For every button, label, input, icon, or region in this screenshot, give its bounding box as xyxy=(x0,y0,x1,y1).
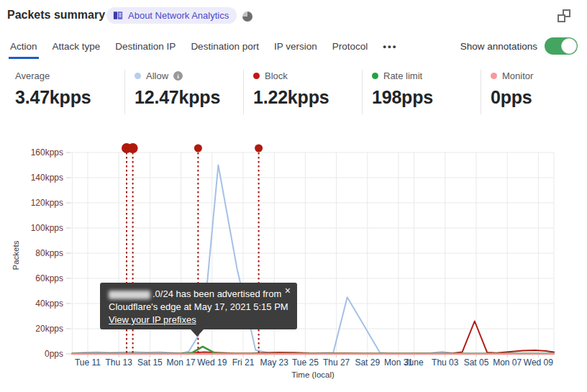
tooltip-line1: .0/24 has been advertised from xyxy=(153,288,281,299)
tab-destination-ip[interactable]: Destination IP xyxy=(114,40,177,59)
y-tick-label: 160kpps xyxy=(31,147,63,158)
stat-average: Average 3.47kpps xyxy=(6,70,124,114)
badge-label: About Network Analytics xyxy=(128,10,229,21)
x-tick-label: Sat 29 xyxy=(355,357,380,368)
stat-value: 3.47kpps xyxy=(15,87,124,108)
y-tick-label: 120kpps xyxy=(31,198,63,208)
y-tick-label: 140kpps xyxy=(31,173,63,183)
tab-action[interactable]: Action xyxy=(9,40,39,59)
stat-label: Average xyxy=(15,70,50,81)
x-tick-label: Tue 11 xyxy=(75,357,101,368)
info-icon[interactable]: i xyxy=(173,71,183,81)
packets-summary-panel: Packets summary About Network Analytics … xyxy=(0,0,587,392)
annotation-dot[interactable] xyxy=(194,145,202,152)
book-icon xyxy=(113,11,123,20)
tab-attack-type[interactable]: Attack type xyxy=(51,40,102,59)
show-annotations-toggle[interactable] xyxy=(545,37,578,55)
tab-destination-port[interactable]: Destination port xyxy=(189,40,260,59)
y-tick-label: 80kpps xyxy=(35,248,63,258)
stat-block: Block 1.22kpps xyxy=(243,70,362,114)
stat-label: Block xyxy=(265,70,288,81)
stats-row: Average 3.47kpps Allow i 12.47kpps Block… xyxy=(6,70,587,114)
stat-value: 198pps xyxy=(372,87,481,108)
x-tick-label: Mon 07 xyxy=(493,357,522,368)
x-tick-label: June xyxy=(405,357,424,368)
annotation-dot[interactable] xyxy=(128,143,138,153)
x-tick-label: Wed 19 xyxy=(197,357,227,368)
stat-value: 0pps xyxy=(491,87,587,108)
open-window-icon[interactable] xyxy=(558,9,570,22)
progress-pie-icon xyxy=(242,12,252,22)
x-tick-label: May 23 xyxy=(260,357,289,368)
x-tick-label: Thu 03 xyxy=(432,357,459,368)
x-tick-label: Tue 25 xyxy=(292,357,319,368)
tooltip-caret xyxy=(191,329,204,337)
x-tick-label: Sat 05 xyxy=(464,357,489,368)
tab-ip-version[interactable]: IP version xyxy=(273,40,319,59)
more-tabs-icon[interactable]: ••• xyxy=(381,40,399,59)
x-tick-label: Wed 09 xyxy=(524,357,553,368)
front-square xyxy=(558,14,565,22)
stat-value: 12.47kpps xyxy=(135,87,243,108)
stat-monitor: Monitor 0pps xyxy=(481,70,587,114)
tooltip-line2: Cloudflare's edge at May 17, 2021 5:15 P… xyxy=(109,301,288,314)
y-tick-label: 60kpps xyxy=(35,273,63,283)
rate-limit-series-dot xyxy=(372,73,378,79)
page-title: Packets summary xyxy=(7,9,105,22)
x-tick-label: Thu 27 xyxy=(323,357,350,368)
tab-protocol[interactable]: Protocol xyxy=(331,40,370,59)
monitor-series-dot xyxy=(491,73,497,79)
redacted-ip-prefix xyxy=(109,291,150,299)
y-tick-label: 100kpps xyxy=(31,223,63,233)
show-annotations-label: Show annotations xyxy=(460,41,537,52)
block-series-dot xyxy=(253,73,260,79)
y-tick-label: 40kpps xyxy=(35,298,63,309)
stat-allow: Allow i 12.47kpps xyxy=(124,70,243,114)
show-annotations-control: Show annotations xyxy=(460,37,578,55)
view-ip-prefixes-link[interactable]: View your IP prefixes xyxy=(109,314,196,325)
tooltip-close-icon[interactable]: × xyxy=(285,285,291,296)
y-tick-label: 0pps xyxy=(45,349,63,359)
stat-label: Rate limit xyxy=(383,70,422,81)
y-tick-label: 20kpps xyxy=(35,324,63,334)
dimension-tabs: Action Attack type Destination IP Destin… xyxy=(9,40,399,59)
x-tick-label: Fri 21 xyxy=(232,357,255,368)
x-axis-title: Time (local) xyxy=(291,370,335,379)
x-tick-label: Mon 17 xyxy=(167,357,196,368)
toggle-knob xyxy=(561,38,577,54)
annotation-tooltip: × .0/24 has been advertised from Cloudfl… xyxy=(100,283,297,329)
stat-rate-limit: Rate limit 198pps xyxy=(362,70,481,114)
x-tick-label: Sat 15 xyxy=(137,357,163,368)
allow-series-dot xyxy=(135,73,141,79)
stat-value: 1.22kpps xyxy=(253,87,362,108)
about-network-analytics-badge[interactable]: About Network Analytics xyxy=(106,7,237,24)
y-axis-title: Packets xyxy=(12,240,20,270)
x-tick-label: Thu 13 xyxy=(106,357,133,368)
stat-label: Allow xyxy=(146,70,168,81)
annotation-dot[interactable] xyxy=(255,145,263,152)
packets-time-series-chart[interactable]: 0pps20kpps40kpps60kpps80kpps100kpps120kp… xyxy=(0,140,587,388)
stat-label: Monitor xyxy=(502,70,533,81)
